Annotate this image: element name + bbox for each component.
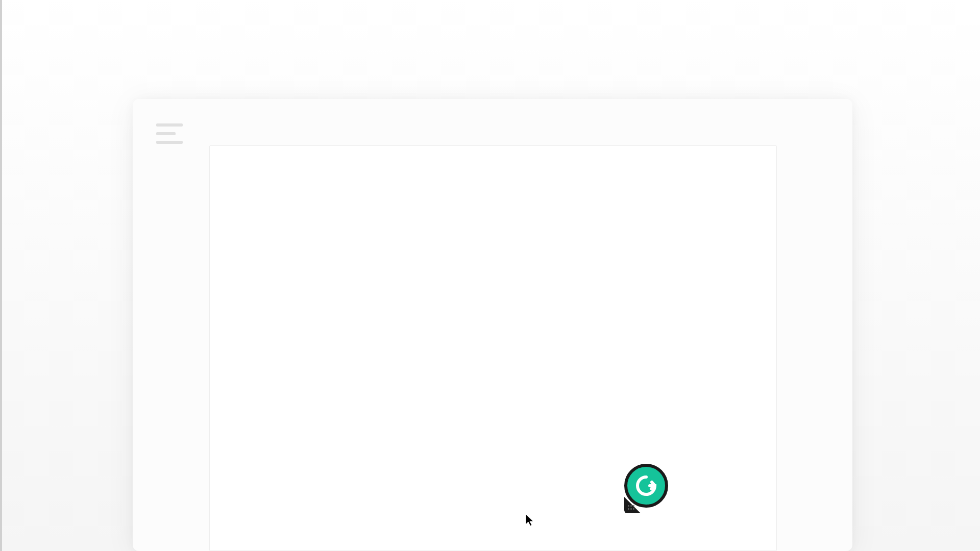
hamburger-icon (156, 132, 176, 135)
grammarly-logo-icon (624, 464, 668, 508)
grammarly-bubble-icon (621, 462, 672, 513)
grammarly-widget-button[interactable] (621, 462, 672, 513)
page-container (0, 0, 980, 551)
window-left-edge (0, 0, 2, 551)
grammarly-g-icon (633, 473, 659, 498)
hamburger-menu-button[interactable] (156, 123, 183, 144)
drag-grip-icon[interactable] (628, 505, 635, 510)
hamburger-icon (156, 141, 183, 144)
hamburger-icon (156, 123, 183, 127)
document-editor-area[interactable] (209, 145, 777, 551)
